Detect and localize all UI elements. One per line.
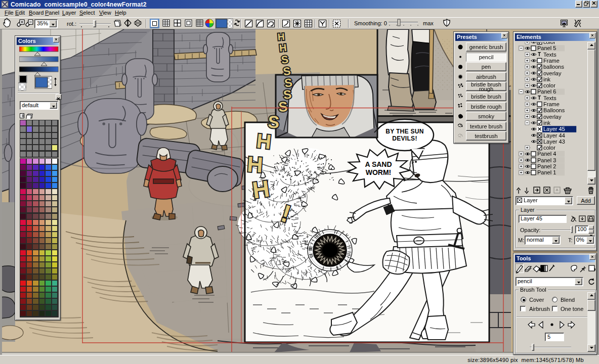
svg-text:color: color — [543, 42, 555, 45]
svg-text:H: H — [255, 129, 272, 153]
svg-text:Panel 1: Panel 1 — [537, 169, 556, 175]
svg-text:Balloons: Balloons — [543, 107, 565, 113]
svg-text:balloons: balloons — [543, 64, 564, 70]
svg-text:Panel 2: Panel 2 — [537, 163, 556, 169]
svg-text:Layer 44: Layer 44 — [543, 132, 565, 139]
svg-text:DEVILS!: DEVILS! — [392, 135, 417, 142]
svg-text:max: max — [423, 20, 434, 26]
svg-text:Texts: Texts — [543, 52, 557, 58]
svg-text:Layer 45: Layer 45 — [543, 126, 565, 132]
svg-text:ink: ink — [543, 120, 551, 126]
svg-text:BY THE SUN: BY THE SUN — [386, 128, 423, 135]
svg-text:H: H — [279, 42, 287, 54]
svg-text:H: H — [246, 152, 264, 177]
svg-text:overlay: overlay — [543, 70, 562, 76]
svg-text:H: H — [277, 31, 285, 42]
svg-text:Texts: Texts — [543, 95, 557, 101]
svg-text:T: T — [538, 52, 541, 57]
svg-text:Panel 5: Panel 5 — [537, 45, 556, 51]
svg-text:Frame: Frame — [543, 101, 560, 107]
svg-text:Panel 3: Panel 3 — [537, 157, 556, 163]
svg-text:Smoothing: 0: Smoothing: 0 — [354, 20, 387, 26]
svg-text:WORM!: WORM! — [366, 168, 392, 176]
svg-text:ink: ink — [543, 76, 551, 82]
svg-text:Panel 4: Panel 4 — [537, 151, 556, 157]
svg-text:S: S — [267, 112, 280, 131]
svg-text:overlay: overlay — [543, 114, 562, 120]
svg-text:Frame: Frame — [543, 58, 560, 64]
svg-text:Panel 6: Panel 6 — [537, 88, 556, 95]
svg-text:color: color — [543, 145, 555, 151]
svg-text:A SAND: A SAND — [365, 160, 392, 168]
svg-text:Layer 43: Layer 43 — [543, 139, 565, 145]
svg-text:color: color — [543, 82, 555, 88]
svg-text:T: T — [538, 95, 541, 101]
